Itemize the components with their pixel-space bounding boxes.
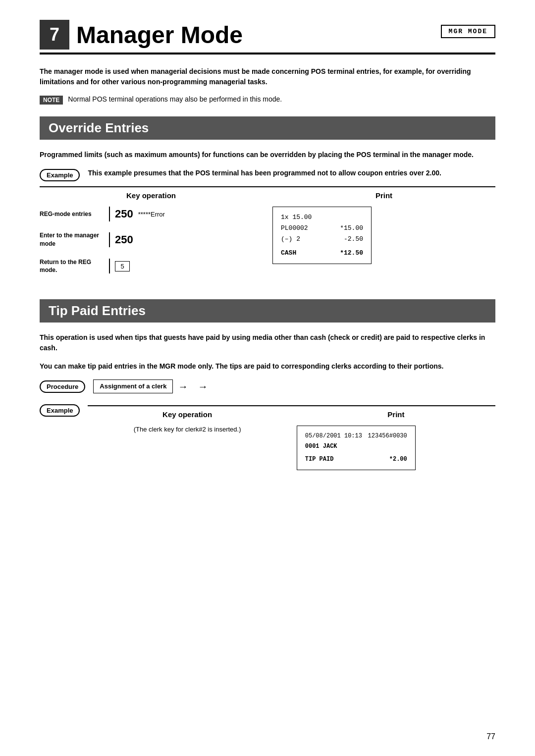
tip-example-row: Example Key operation (The clerk key for… (40, 403, 495, 470)
section2-content: This operation is used when tips that gu… (40, 332, 495, 470)
page: 7 Manager Mode MGR MODE The manager mode… (0, 0, 535, 756)
section2-intro2: You can make tip paid entries in the MGR… (40, 361, 495, 372)
tip-key-col: Key operation (The clerk key for clerk#2… (88, 405, 296, 470)
chapter-header: 7 Manager Mode MGR MODE (40, 20, 495, 54)
print-line-2: PL00002*15.00 (281, 223, 363, 234)
intro-text: The manager mode is used when managerial… (40, 66, 495, 87)
note-text: Normal POS terminal operations may also … (68, 95, 282, 103)
chapter-number: 7 (40, 20, 69, 50)
key-divider-3 (109, 259, 110, 273)
print-column: Print 1x 15.00 PL00002*15.00 (–) 2-2.50 … (272, 186, 495, 284)
section1-header: Override Entries (40, 116, 495, 140)
tip-print-line-2: 0001 JACK (305, 441, 407, 451)
tip-print-box: 05/08/2001 10:13123456#0030 0001 JACK TI… (297, 426, 416, 470)
print-line-1: 1x 15.00 (281, 212, 363, 223)
key-row-1: REG-mode entries 250 *****Error (40, 207, 263, 221)
section1-intro: Programmed limits (such as maximum amoun… (40, 150, 495, 160)
example-text: This example presumes that the POS termi… (88, 168, 441, 178)
key-value-2: 250 (115, 233, 133, 246)
note-block: NOTE Normal POS terminal operations may … (40, 95, 495, 105)
key-label-2: Enter to the manager mode (40, 231, 104, 248)
procedure-row: Procedure Assignment of a clerk → → (40, 379, 495, 393)
flow-box-clerk: Assignment of a clerk (93, 379, 173, 393)
tip-print-line-1: 05/08/2001 10:13123456#0030 (305, 431, 407, 441)
print-box: 1x 15.00 PL00002*15.00 (–) 2-2.50 CASH*1… (272, 207, 372, 264)
operation-table: Key operation REG-mode entries 250 *****… (40, 186, 495, 284)
key-box-s: 5 (115, 261, 130, 271)
example-row: Example This example presumes that the P… (40, 168, 495, 181)
procedure-badge: Procedure (40, 380, 85, 393)
key-error-1: *****Error (138, 211, 165, 218)
section2-header: Tip Paid Entries (40, 299, 495, 323)
key-row-3: Return to the REG mode. 5 (40, 258, 263, 275)
key-divider-2 (109, 232, 110, 247)
flow-arrow-2: → (198, 381, 208, 392)
tip-print-line-tip: TIP PAID*2.00 (305, 454, 407, 464)
flow-arrow-1: → (178, 381, 188, 392)
key-op-column: Key operation REG-mode entries 250 *****… (40, 186, 272, 284)
mgr-mode-badge: MGR MODE (441, 25, 495, 38)
key-row-2: Enter to the manager mode 250 (40, 231, 263, 248)
tip-print-col: Print 05/08/2001 10:13123456#0030 0001 J… (297, 405, 495, 470)
section2-intro1: This operation is used when tips that gu… (40, 332, 495, 353)
key-divider-1 (109, 207, 110, 221)
tip-clerk-note: (The clerk key for clerk#2 is inserted.) (88, 426, 286, 433)
print-line-3: (–) 2-2.50 (281, 234, 363, 245)
key-label-3: Return to the REG mode. (40, 258, 104, 275)
tip-example-badge: Example (40, 404, 80, 417)
tip-key-header: Key operation (88, 410, 286, 419)
example-badge: Example (40, 169, 80, 181)
note-badge: NOTE (40, 96, 63, 105)
print-header: Print (272, 191, 495, 200)
section1-content: Programmed limits (such as maximum amoun… (40, 150, 495, 284)
page-number: 77 (486, 732, 495, 741)
tip-operation-table: Key operation (The clerk key for clerk#2… (88, 405, 495, 470)
tip-print-header: Print (297, 410, 495, 419)
key-value-1: 250 (115, 208, 133, 220)
print-line-cash: CASH*12.50 (281, 248, 363, 259)
chapter-title: Manager Mode (76, 21, 431, 49)
key-label-1: REG-mode entries (40, 210, 104, 218)
key-op-header: Key operation (40, 191, 263, 200)
